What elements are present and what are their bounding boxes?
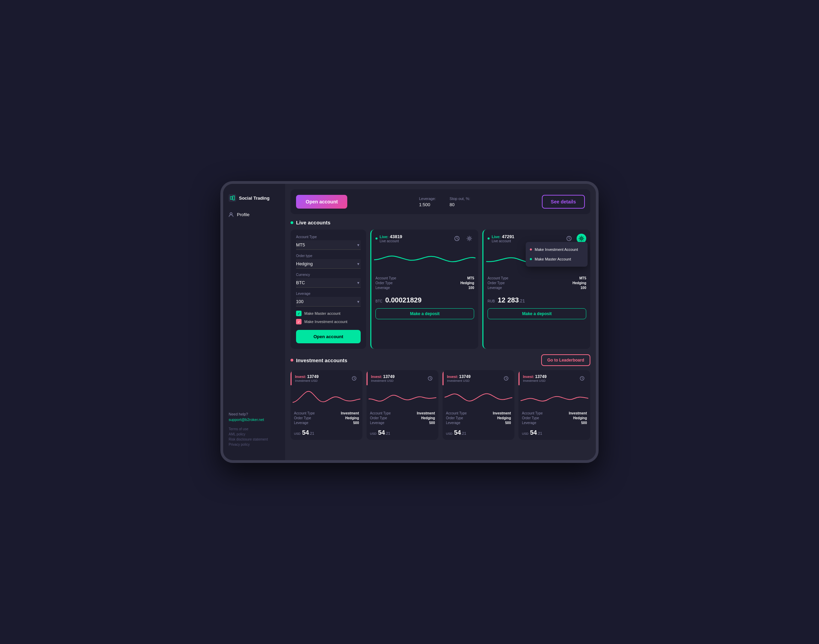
live-badge-2: Live: 47291 Live account [487,234,514,243]
need-help-text: Need help? [229,412,280,416]
invest-card-2: Invest: 13749 Investment USD [367,370,438,440]
invest-4-leverage-row: Leverage 500 [522,421,587,425]
account-2-leverage-value: 100 [580,286,586,290]
account-1-icons [452,234,474,243]
make-investment-account-item[interactable]: Make Investment Account [526,245,588,254]
make-investment-label: Make Investment Account [535,247,578,251]
live-accounts-grid: Account Type MT5 Order type Hedging [290,230,590,349]
invest-header-4: Invest: 13749 Investment USD [518,370,590,385]
account-1-type-row: Account Type MT5 [375,276,474,280]
make-master-account-item[interactable]: Make Master Account [526,254,588,264]
invest-3-leverage-row: Leverage 500 [446,421,511,425]
master-account-checkbox-row: ✓ Make Master account [296,311,361,316]
account-type-select-wrapper[interactable]: MT5 [296,240,361,250]
invest-sub-2: Investment USD [371,379,395,382]
account-2-dropdown: Make Investment Account Make Master Acco… [526,242,588,267]
currency-select-wrapper[interactable]: BTC [296,278,361,288]
currency-select[interactable]: BTC [296,278,361,288]
account-sub-1: Live account [380,239,402,243]
invest-number-1: 13749 [307,374,318,379]
aml-link[interactable]: AML policy [229,432,280,436]
invest-details-1: Account Type Investment Order Type Hedgi… [290,409,363,428]
account-sub-2: Live account [492,239,514,243]
invest-number-2: 13749 [383,374,394,379]
investment-account-checkbox-row: ✓ Make Investment account [296,319,361,324]
invest-balance-3: USD 54.21 [443,428,514,440]
person-icon [229,212,234,217]
invest-badge-4: Invest: 13749 Investment USD [523,374,547,382]
account-type-select[interactable]: MT5 [296,240,361,250]
invest-history-icon-2[interactable] [425,374,435,383]
account-2-leverage-row: Leverage 100 [487,286,586,290]
invest-history-icon-3[interactable] [501,374,511,383]
invest-chart-4 [518,385,590,409]
make-master-label: Make Master Account [535,257,571,261]
account-1-leverage-label: Leverage [375,286,390,290]
stopout-value: 80 [450,202,470,207]
account-1-balance: BTC 0.00021829 [371,293,478,308]
open-account-form-button[interactable]: Open account [296,330,361,343]
sidebar: Social Trading Profile Need help? suppor… [223,184,285,460]
account-1-order-row: Order Type Hedging [375,281,474,285]
invest-history-icon-4[interactable] [577,374,587,383]
investment-checkbox[interactable]: ✓ [296,319,301,324]
account-1-chart [371,246,478,273]
account-2-type-value: MT5 [579,276,586,280]
invest-history-icon-1[interactable] [349,374,359,383]
invest-sub-1: Investment USD [295,379,319,382]
leverage-value: 1:500 [419,202,436,207]
account-2-order-label: Order Type [487,281,505,285]
sidebar-item-profile[interactable]: Profile [223,209,285,221]
invest-2-leverage-row: Leverage 500 [370,421,435,425]
account-2-currency: RUB [487,299,495,303]
invest-balance-2: USD 54.21 [367,428,438,440]
account-2-details: Account Type MT5 Order Type Hedging Leve… [483,273,590,293]
risk-link[interactable]: Risk disclosure statement [229,437,280,441]
privacy-link[interactable]: Privacy policy [229,443,280,446]
invest-details-4: Account Type Investment Order Type Hedgi… [518,409,590,428]
account-1-leverage-value: 100 [468,286,474,290]
master-checkbox[interactable]: ✓ [296,311,301,316]
order-type-select[interactable]: Hedging [296,259,361,269]
account-number-1: 43819 [390,234,402,239]
order-type-label: Order type [296,254,361,258]
invest-badge-1: Invest: 13749 Investment USD [295,374,319,382]
invest-section-title: Investment accounts [296,357,347,363]
settings-icon-1[interactable] [464,234,474,243]
live-label-1: Live: [380,235,389,239]
leverage-form-label: Leverage [296,292,361,296]
svg-rect-0 [230,196,232,199]
support-email[interactable]: support@b2roker.net [229,417,280,422]
invest-label-3: Invest: [447,375,458,379]
invest-section-dot [290,359,293,362]
invest-3-type-row: Account Type Investment [446,411,511,415]
invest-2-order-row: Order Type Hedging [370,416,435,420]
invest-label-2: Invest: [371,375,382,379]
live-section-title: Live accounts [296,219,330,225]
leverage-select-wrapper[interactable]: 100 [296,297,361,307]
invest-number-3: 13749 [459,374,470,379]
terms-link[interactable]: Terms of use [229,427,280,431]
invest-2-type-row: Account Type Investment [370,411,435,415]
open-account-button-top[interactable]: Open account [296,195,347,209]
order-type-select-wrapper[interactable]: Hedging [296,259,361,269]
account-2-type-label: Account Type [487,276,508,280]
deposit-button-2[interactable]: Make a deposit [487,308,586,319]
svg-point-6 [581,238,582,239]
account-1-type-value: MT5 [467,276,474,280]
deposit-button-1[interactable]: Make a deposit [375,308,474,319]
top-card-info: Leverage: 1:500 Stop out, %: 80 [353,196,536,207]
leverage-select[interactable]: 100 [296,297,361,307]
svg-point-4 [469,238,470,239]
invest-3-order-row: Order Type Hedging [446,416,511,420]
go-to-leaderboard-button[interactable]: Go to Leaderboard [541,354,590,366]
history-icon-1[interactable] [452,234,462,243]
master-checkbox-label: Make Master account [304,311,340,316]
account-2-type-row: Account Type MT5 [487,276,586,280]
invest-header-1: Invest: 13749 Investment USD [290,370,363,385]
invest-4-type-row: Account Type Investment [522,411,587,415]
invest-card-4: Invest: 13749 Investment USD [518,370,590,440]
account-type-group: Account Type MT5 [296,235,361,250]
live-badge-1: Live: 43819 Live account [375,234,402,243]
see-details-button[interactable]: See details [542,195,585,209]
